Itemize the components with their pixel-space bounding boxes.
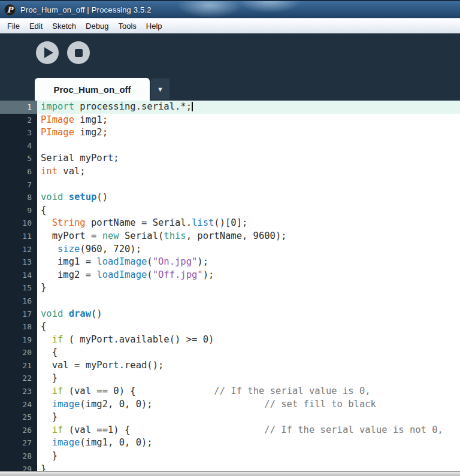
line-number: 5 (0, 152, 37, 165)
line-number: 11 (0, 230, 37, 243)
line-number: 10 (0, 217, 37, 230)
code-editor[interactable]: 1234567891011121314151617181920212223242… (0, 101, 460, 471)
menu-file[interactable]: File (2, 19, 25, 33)
menu-bar: FileEditSketchDebugToolsHelp (0, 18, 460, 34)
code-line[interactable]: } (37, 281, 460, 295)
code-line[interactable]: { (37, 346, 460, 359)
code-line[interactable]: if ( myPort.available() >= 0) (37, 333, 460, 347)
line-number: 21 (0, 359, 37, 372)
stop-icon (75, 49, 83, 57)
play-icon (44, 47, 53, 58)
code-line[interactable]: size(960, 720); (37, 243, 460, 256)
line-number: 14 (0, 269, 37, 282)
tab-label: Proc_Hum_on_off (53, 84, 131, 95)
menu-sketch[interactable]: Sketch (47, 19, 81, 33)
code-line[interactable]: } (37, 372, 460, 385)
line-number: 29 (0, 463, 37, 471)
code-line[interactable] (37, 140, 460, 153)
line-number: 4 (0, 140, 37, 153)
code-line[interactable]: void draw() (37, 308, 460, 321)
code-line[interactable]: image(img1, 0, 0); (37, 436, 460, 450)
menu-edit[interactable]: Edit (25, 19, 47, 33)
tab-proc-hum-on-off[interactable]: Proc_Hum_on_off (35, 78, 150, 101)
line-number: 6 (0, 165, 37, 178)
title-bar[interactable]: P Proc_Hum_on_off | Processing 3.5.2 (0, 0, 460, 18)
stop-button[interactable] (67, 41, 90, 64)
code-line[interactable]: int val; (37, 165, 460, 178)
code-line[interactable] (37, 295, 460, 308)
run-button[interactable] (36, 41, 59, 64)
code-line[interactable]: void setup() (37, 191, 460, 204)
code-line[interactable]: PImage img1; (37, 114, 460, 127)
code-line[interactable] (37, 178, 460, 192)
line-number: 7 (0, 178, 37, 192)
line-number: 2 (0, 114, 37, 127)
code-line[interactable]: PImage img2; (37, 126, 460, 140)
code-line[interactable]: if (val == 0) { // If the serial value i… (37, 385, 460, 398)
titlebar-glare (177, 0, 243, 18)
line-number: 28 (0, 450, 37, 463)
line-number: 25 (0, 411, 37, 424)
toolbar: Proc_Hum_on_off ▼ (0, 34, 460, 101)
code-line[interactable]: } (37, 411, 460, 424)
code-area[interactable]: import processing.serial.*;PImage img1;P… (37, 101, 460, 471)
code-line[interactable]: myPort = new Serial(this, portName, 9600… (37, 230, 460, 243)
line-number: 26 (0, 424, 37, 437)
line-number: 8 (0, 191, 37, 204)
line-number: 12 (0, 243, 37, 256)
code-line[interactable]: if (val ==1) { // If the serial value is… (37, 424, 460, 437)
line-number: 15 (0, 281, 37, 295)
code-line[interactable]: Serial myPort; (37, 152, 460, 165)
code-line[interactable]: } (37, 463, 460, 471)
window-title: Proc_Hum_on_off | Processing 3.5.2 (20, 5, 152, 14)
code-line[interactable]: img1 = loadImage("On.jpg"); (37, 256, 460, 269)
code-line[interactable]: } (37, 450, 460, 463)
line-number: 17 (0, 308, 37, 321)
processing-ide-window: P Proc_Hum_on_off | Processing 3.5.2 Fil… (0, 0, 460, 476)
code-line[interactable]: image(img2, 0, 0); // set fill to black (37, 398, 460, 411)
line-number: 24 (0, 398, 37, 411)
editor-console-divider[interactable] (0, 471, 460, 476)
line-number: 1 (0, 101, 37, 114)
line-number: 9 (0, 204, 37, 217)
tab-menu-button[interactable]: ▼ (151, 78, 170, 99)
menu-help[interactable]: Help (141, 19, 167, 33)
line-number: 23 (0, 385, 37, 398)
line-number: 16 (0, 295, 37, 308)
text-cursor (192, 102, 193, 111)
code-line[interactable]: String portName = Serial.list()[0]; (37, 217, 460, 230)
line-number: 18 (0, 320, 37, 333)
chevron-down-icon: ▼ (157, 86, 164, 93)
code-line[interactable]: { (37, 320, 460, 333)
processing-logo-icon: P (4, 4, 16, 16)
line-number: 13 (0, 256, 37, 269)
line-number: 22 (0, 372, 37, 385)
code-line[interactable]: import processing.serial.*; (37, 101, 460, 114)
line-number: 19 (0, 333, 37, 347)
code-line[interactable]: val = myPort.read(); (37, 359, 460, 372)
menu-tools[interactable]: Tools (113, 19, 141, 33)
line-number-gutter: 1234567891011121314151617181920212223242… (0, 101, 37, 471)
code-line[interactable]: { (37, 204, 460, 217)
menu-debug[interactable]: Debug (81, 19, 113, 33)
line-number: 3 (0, 126, 37, 140)
titlebar-glare (237, 0, 302, 13)
line-number: 27 (0, 436, 37, 450)
line-number: 20 (0, 346, 37, 359)
code-line[interactable]: img2 = loadImage("Off.jpg"); (37, 269, 460, 282)
